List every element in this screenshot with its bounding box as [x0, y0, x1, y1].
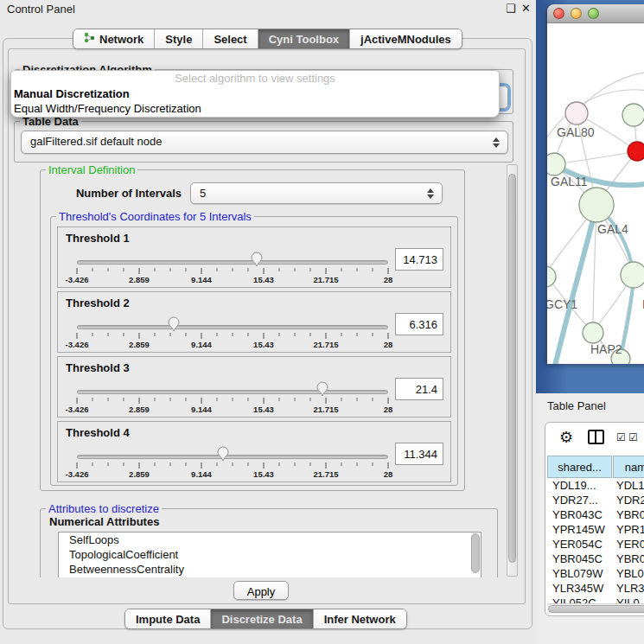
threshold-3-slider-track[interactable]	[77, 390, 388, 394]
settings-vertical-scrollbar[interactable]	[507, 164, 518, 577]
cell-name[interactable]: YLR3	[616, 581, 644, 596]
tab-network-label: Network	[99, 33, 143, 46]
tick-mark	[92, 462, 93, 466]
column-header-shared-name[interactable]: shared...	[547, 456, 612, 478]
threshold-3-scale: -3.4262.8599.14415.4321.71528	[77, 398, 388, 417]
tab-discretize-data-label: Discretize Data	[221, 613, 302, 626]
attributes-list-scrollbar[interactable]	[471, 533, 480, 573]
threshold-4-value-field[interactable]: 11.344	[395, 443, 443, 465]
tab-select[interactable]: Select	[203, 29, 258, 48]
popup-option-manual-discretization[interactable]: Manual Discretization	[11, 86, 499, 101]
cell-shared-name[interactable]: YLR345W	[552, 581, 613, 596]
scrollbar-thumb[interactable]	[508, 174, 516, 563]
popup-option-equal-width[interactable]: Equal Width/Frequency Discretization	[11, 101, 499, 116]
panel-title: Control Panel	[7, 3, 75, 16]
tick-mark	[170, 398, 171, 401]
tick-mark	[279, 398, 280, 401]
tick-mark	[264, 268, 265, 274]
close-icon[interactable]: ✕	[521, 2, 531, 15]
column-header-name[interactable]: name	[613, 456, 644, 478]
threshold-1-slider-thumb[interactable]	[250, 252, 263, 267]
table-row[interactable]: YBR043CYBR0	[545, 507, 644, 522]
cell-name[interactable]: YER0	[616, 537, 644, 552]
tick-mark	[201, 268, 202, 274]
threshold-1-slider-track[interactable]	[77, 260, 388, 265]
cell-shared-name[interactable]: YBL079W	[552, 566, 613, 581]
table-row[interactable]: YPR145WYPR1	[545, 522, 644, 537]
attribute-list-item[interactable]: SelfLoops	[59, 532, 481, 547]
checkbox-icon[interactable]: ☑	[628, 431, 638, 443]
threshold-2-value-field[interactable]: 6.316	[395, 313, 443, 335]
tick-label: 9.144	[191, 275, 212, 284]
tick-mark	[310, 398, 311, 401]
number-of-intervals-combo[interactable]: 5	[190, 182, 443, 204]
tick-mark	[279, 268, 280, 271]
cell-shared-name[interactable]: YDR27...	[552, 493, 613, 507]
threshold-2-slider-track[interactable]	[77, 325, 388, 329]
tab-cyni-toolbox[interactable]: Cyni Toolbox	[258, 29, 350, 48]
tick-mark	[217, 462, 218, 466]
numerical-attributes-label: Numerical Attributes	[49, 515, 159, 528]
network-view-window[interactable]: GAL80 G C GAL11 GAL4 GCY1 H HAP2	[547, 4, 644, 364]
tick-mark	[186, 333, 187, 336]
tab-jactivemnodules-label: jActiveMNodules	[360, 33, 451, 46]
node-label-gal4: GAL4	[597, 222, 628, 236]
popup-placeholder-item[interactable]: Select algorithm to view settings	[11, 71, 499, 86]
cell-shared-name[interactable]: YPR145W	[552, 522, 613, 537]
tab-infer-network[interactable]: Infer Network	[314, 609, 406, 628]
mac-close-button[interactable]	[553, 8, 564, 19]
tab-impute-data[interactable]: Impute Data	[125, 609, 211, 628]
float-window-icon[interactable]: ❑	[506, 2, 516, 15]
network-canvas[interactable]: GAL80 G C GAL11 GAL4 GCY1 H HAP2	[547, 23, 644, 364]
numerical-attributes-list[interactable]: SelfLoopsTopologicalCoefficientBetweenne…	[58, 532, 481, 577]
tick-label: 2.859	[129, 340, 150, 349]
cell-shared-name[interactable]: YDL19...	[552, 478, 613, 493]
table-data-combo[interactable]: galFiltered.sif default node	[21, 131, 508, 154]
checkbox-icon[interactable]: ☑	[616, 431, 626, 443]
table-horizontal-scrollbar[interactable]	[547, 603, 644, 614]
tab-select-label: Select	[214, 33, 246, 46]
tab-network[interactable]: Network	[73, 29, 155, 48]
table-row[interactable]: YLR345WYLR3	[545, 581, 644, 596]
threshold-2-panel: Threshold 2 -3.4262.8599.14415.4321.7152…	[57, 291, 451, 353]
threshold-2-slider-thumb[interactable]	[167, 316, 180, 332]
mac-zoom-button[interactable]	[588, 8, 599, 19]
threshold-4-panel: Threshold 4 -3.4262.8599.14415.4321.7152…	[57, 421, 451, 482]
gear-icon[interactable]: ⚙	[559, 428, 573, 447]
threshold-2-label: Threshold 2	[66, 296, 130, 309]
attribute-list-item[interactable]: BetweennessCentrality	[59, 562, 481, 577]
tab-jactivemnodules[interactable]: jActiveMNodules	[350, 29, 462, 48]
cell-name[interactable]: YBL0	[616, 566, 644, 581]
cell-name[interactable]: YDL1	[616, 478, 644, 493]
tick-mark	[139, 268, 140, 274]
attribute-list-item[interactable]: TopologicalCoefficient	[59, 547, 481, 562]
threshold-4-slider-thumb[interactable]	[217, 446, 230, 462]
tab-style-label: Style	[165, 33, 192, 46]
cell-shared-name[interactable]: YBR045C	[552, 552, 613, 566]
apply-button[interactable]: Apply	[233, 581, 289, 600]
tick-mark	[388, 333, 389, 339]
cell-name[interactable]: YDR2	[616, 493, 644, 507]
control-panel-titlebar: Control Panel ❑ ✕	[0, 0, 536, 19]
cell-shared-name[interactable]: YER054C	[552, 537, 613, 552]
cell-name[interactable]: YPR1	[616, 522, 644, 537]
columns-icon[interactable]	[588, 430, 604, 444]
cell-name[interactable]: YBR0	[616, 552, 644, 566]
table-row[interactable]: YDL19...YDL1	[545, 478, 644, 493]
table-row[interactable]: YER054CYER0	[545, 537, 644, 552]
threshold-1-value-field[interactable]: 14.713	[395, 248, 443, 271]
cell-shared-name[interactable]: YBR043C	[552, 507, 613, 522]
tick-mark	[295, 398, 296, 401]
cell-name[interactable]: YBR0	[616, 507, 644, 522]
table-row[interactable]: YDR27...YDR2	[545, 493, 644, 507]
table-row[interactable]: YBL079WYBL0	[545, 566, 644, 581]
threshold-3-slider-thumb[interactable]	[316, 381, 329, 397]
tab-discretize-data[interactable]: Discretize Data	[211, 609, 313, 628]
mac-minimize-button[interactable]	[571, 8, 582, 19]
scrollbar-thumb[interactable]	[548, 605, 644, 613]
threshold-3-value-field[interactable]: 21.4	[395, 378, 443, 400]
table-row[interactable]: YBR045CYBR0	[545, 552, 644, 566]
threshold-4-slider-track[interactable]	[77, 455, 388, 459]
tab-style[interactable]: Style	[155, 29, 203, 48]
control-panel-tabs: Network Style Select Cyni Toolbox jActiv…	[73, 29, 462, 49]
